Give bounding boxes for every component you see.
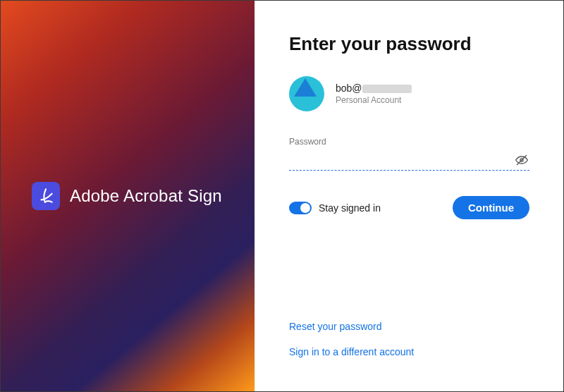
toggle-password-visibility-icon[interactable] — [514, 152, 529, 168]
action-row: Stay signed in Continue — [289, 196, 529, 219]
auth-panel: Enter your password bob@ Personal Accoun… — [255, 1, 563, 391]
reset-password-link[interactable]: Reset your password — [289, 321, 414, 332]
email-prefix: bob@ — [336, 82, 362, 94]
window: Adobe Acrobat Sign Enter your password b… — [0, 0, 564, 392]
continue-button[interactable]: Continue — [453, 196, 529, 219]
aux-links: Reset your password Sign in to a differe… — [289, 321, 414, 357]
account-text: bob@ Personal Account — [336, 82, 412, 105]
password-label: Password — [289, 137, 529, 147]
password-input[interactable] — [289, 152, 514, 169]
different-account-link[interactable]: Sign in to a different account — [289, 346, 414, 357]
product-name: Adobe Acrobat Sign — [70, 186, 222, 206]
stay-signed-in: Stay signed in — [289, 202, 381, 214]
brand-pane: Adobe Acrobat Sign — [1, 1, 255, 391]
password-row — [289, 149, 529, 171]
acrobat-sign-icon — [32, 182, 60, 210]
account-type: Personal Account — [336, 95, 412, 105]
brand-lockup: Adobe Acrobat Sign — [32, 182, 222, 210]
stay-signed-in-label: Stay signed in — [319, 202, 381, 214]
page-title: Enter your password — [289, 33, 529, 55]
account-identity: bob@ Personal Account — [289, 76, 529, 111]
toggle-knob — [300, 203, 310, 213]
account-email: bob@ — [336, 82, 412, 94]
avatar — [289, 76, 324, 111]
redacted-email-domain — [362, 85, 412, 93]
stay-signed-in-toggle[interactable] — [289, 202, 312, 214]
